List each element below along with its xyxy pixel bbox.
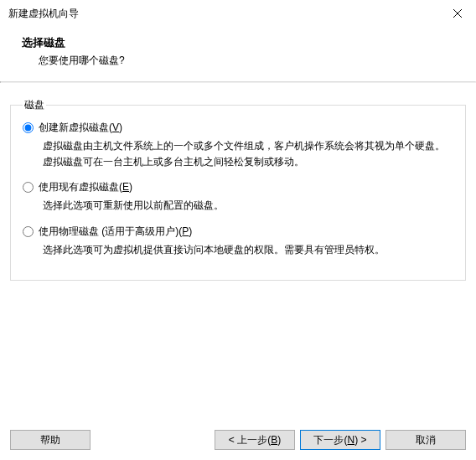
option-use-existing-disk: 使用现有虚拟磁盘(E) 选择此选项可重新使用以前配置的磁盘。 [23, 180, 453, 214]
back-button[interactable]: < 上一步(B) [215, 430, 295, 450]
wizard-header: 选择磁盘 您要使用哪个磁盘? [0, 27, 476, 81]
option-use-existing-disk-label: 使用现有虚拟磁盘(E) [39, 180, 132, 194]
close-icon [453, 9, 462, 18]
page-subtitle: 您要使用哪个磁盘? [22, 54, 476, 68]
close-button[interactable] [438, 1, 476, 26]
help-button[interactable]: 帮助 [10, 430, 91, 450]
window-title: 新建虚拟机向导 [8, 7, 79, 21]
option-use-existing-disk-desc: 选择此选项可重新使用以前配置的磁盘。 [43, 198, 445, 214]
disk-groupbox-legend: 磁盘 [23, 98, 46, 112]
wizard-window: 新建虚拟机向导 选择磁盘 您要使用哪个磁盘? 磁盘 创建新虚拟磁盘(V) 虚拟磁… [0, 0, 476, 460]
cancel-button[interactable]: 取消 [385, 430, 466, 450]
radio-use-physical-disk[interactable] [23, 226, 34, 237]
option-create-new-disk-line[interactable]: 创建新虚拟磁盘(V) [23, 121, 453, 135]
radio-create-new-disk[interactable] [23, 122, 34, 133]
option-use-existing-disk-line[interactable]: 使用现有虚拟磁盘(E) [23, 180, 453, 194]
footer: 帮助 < 上一步(B) 下一步(N) > 取消 [0, 421, 476, 460]
option-use-physical-disk-desc: 选择此选项可为虚拟机提供直接访问本地硬盘的权限。需要具有管理员特权。 [43, 242, 445, 258]
option-create-new-disk-desc: 虚拟磁盘由主机文件系统上的一个或多个文件组成，客户机操作系统会将其视为单个硬盘。… [43, 138, 445, 170]
content-area: 磁盘 创建新虚拟磁盘(V) 虚拟磁盘由主机文件系统上的一个或多个文件组成，客户机… [0, 83, 476, 421]
option-use-physical-disk: 使用物理磁盘 (适用于高级用户)(P) 选择此选项可为虚拟机提供直接访问本地硬盘… [23, 225, 453, 258]
radio-use-existing-disk[interactable] [23, 182, 34, 193]
page-title: 选择磁盘 [22, 35, 476, 50]
disk-groupbox: 磁盘 创建新虚拟磁盘(V) 虚拟磁盘由主机文件系统上的一个或多个文件组成，客户机… [10, 98, 466, 281]
option-create-new-disk: 创建新虚拟磁盘(V) 虚拟磁盘由主机文件系统上的一个或多个文件组成，客户机操作系… [23, 121, 453, 170]
option-create-new-disk-label: 创建新虚拟磁盘(V) [39, 121, 122, 135]
option-use-physical-disk-line[interactable]: 使用物理磁盘 (适用于高级用户)(P) [23, 225, 453, 239]
titlebar: 新建虚拟机向导 [0, 0, 476, 27]
next-button[interactable]: 下一步(N) > [300, 430, 380, 450]
option-use-physical-disk-label: 使用物理磁盘 (适用于高级用户)(P) [39, 225, 192, 239]
